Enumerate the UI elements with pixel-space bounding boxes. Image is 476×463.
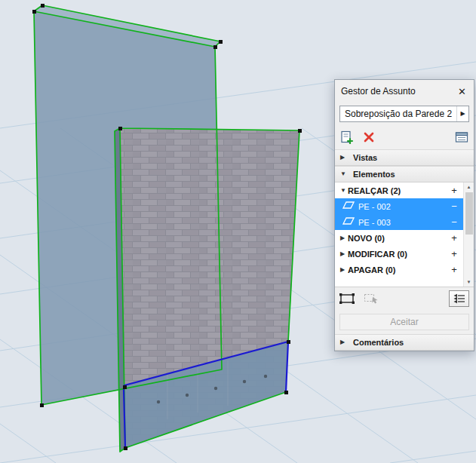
- pick-elements-button[interactable]: [364, 293, 379, 304]
- chevron-right-icon[interactable]: ▶: [340, 235, 348, 241]
- accept-row: Aceitar: [335, 310, 474, 334]
- remove-from-group-button[interactable]: −: [450, 216, 459, 228]
- chevron-right-icon: ▶: [340, 155, 348, 161]
- section-comentarios[interactable]: ▶ Comentários: [335, 334, 474, 351]
- issue-selector-value: Sobreposição da Parede 2: [345, 109, 452, 119]
- chevron-down-icon[interactable]: ▼: [340, 188, 348, 194]
- issue-manager-panel: Gestor de Assunto ✕ Sobreposição da Pare…: [334, 79, 474, 351]
- issue-selector-row: Sobreposição da Parede 2 ▶: [335, 103, 474, 125]
- marquee-select-button[interactable]: [339, 293, 355, 304]
- add-to-group-button[interactable]: +: [450, 185, 459, 196]
- section-elementos[interactable]: ▼ Elementos: [335, 166, 474, 182]
- chevron-right-icon[interactable]: ▶: [340, 251, 348, 257]
- new-issue-button[interactable]: [340, 130, 354, 144]
- flyout-arrow-icon[interactable]: ▶: [456, 106, 468, 121]
- section-vistas[interactable]: ▶ Vistas: [335, 149, 474, 166]
- tree-item-pe-003[interactable]: PE - 003 −: [335, 214, 463, 230]
- item-label: PE - 002: [358, 202, 391, 211]
- scroll-down-icon[interactable]: ▼: [467, 279, 471, 285]
- delete-issue-button[interactable]: [363, 131, 375, 143]
- wall-icon: [342, 201, 355, 212]
- scroll-up-icon[interactable]: ▲: [467, 184, 471, 190]
- accept-button[interactable]: Aceitar: [339, 314, 469, 330]
- tree-item-pe-002[interactable]: PE - 002 −: [335, 198, 463, 214]
- issue-selector[interactable]: Sobreposição da Parede 2 ▶: [339, 106, 469, 122]
- add-to-group-button[interactable]: +: [450, 232, 459, 244]
- group-label: MODIFICAR (0): [348, 250, 407, 259]
- tree-group-novo[interactable]: ▶ NOVO (0) +: [335, 230, 463, 246]
- application-window: Gestor de Assunto ✕ Sobreposição da Pare…: [0, 0, 476, 463]
- chevron-down-icon: ▼: [340, 171, 348, 177]
- group-label: APAGAR (0): [348, 265, 395, 274]
- add-to-group-button[interactable]: +: [450, 264, 459, 275]
- panel-titlebar[interactable]: Gestor de Assunto ✕: [335, 80, 474, 103]
- tree-group-apagar[interactable]: ▶ APAGAR (0) +: [335, 262, 463, 277]
- wall-icon: [342, 216, 355, 228]
- section-comentarios-label: Comentários: [353, 338, 404, 347]
- issue-organizer-button[interactable]: [455, 131, 468, 143]
- tree-group-realcar[interactable]: ▼ REALÇAR (2) +: [335, 182, 463, 198]
- tree-scrollbar[interactable]: ▲ ▼: [463, 182, 474, 287]
- group-label: REALÇAR (2): [348, 186, 401, 195]
- chevron-right-icon[interactable]: ▶: [340, 267, 348, 273]
- add-to-group-button[interactable]: +: [450, 248, 459, 259]
- panel-title: Gestor de Assunto: [341, 86, 416, 97]
- group-label: NOVO (0): [348, 234, 385, 243]
- issue-toolbar: [335, 125, 474, 149]
- section-elementos-label: Elementos: [353, 170, 395, 179]
- item-label: PE - 003: [358, 218, 391, 227]
- show-in-list-button[interactable]: [449, 290, 469, 307]
- tree-group-modificar[interactable]: ▶ MODIFICAR (0) +: [335, 246, 463, 262]
- scrollbar-thumb[interactable]: [465, 192, 473, 235]
- elements-tree: ▼ REALÇAR (2) + PE - 002 − PE - 003 − ▶: [335, 182, 474, 287]
- remove-from-group-button[interactable]: −: [450, 201, 459, 212]
- selection-tools-row: [335, 287, 474, 310]
- section-vistas-label: Vistas: [353, 153, 377, 162]
- close-icon[interactable]: ✕: [456, 86, 468, 97]
- chevron-right-icon: ▶: [340, 339, 348, 345]
